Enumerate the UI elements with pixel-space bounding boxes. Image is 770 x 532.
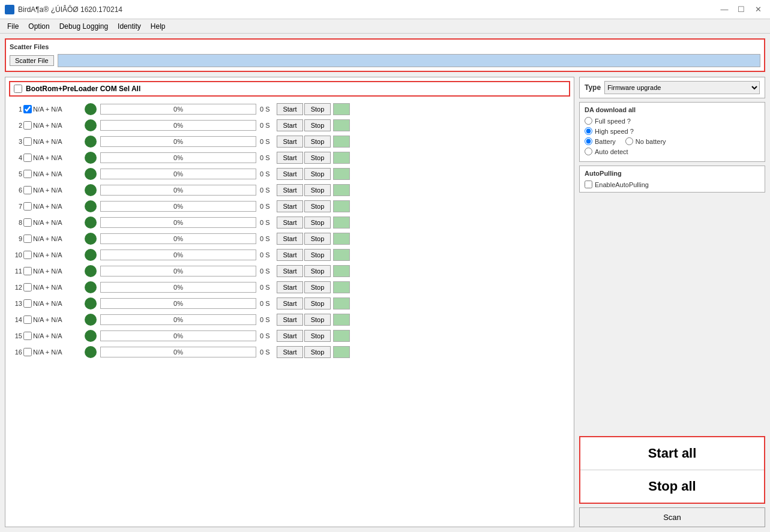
row-os: 0 S [260,203,274,210]
maximize-button[interactable]: ☐ [734,4,748,16]
scan-button[interactable]: Scan [579,507,765,527]
row-checkbox[interactable] [23,154,32,162]
stop-button[interactable]: Stop [304,249,331,261]
start-button[interactable]: Start [277,119,303,131]
row-checkbox[interactable] [23,267,32,275]
stop-button[interactable]: Stop [304,346,331,358]
full-speed-radio[interactable] [585,117,592,125]
close-button[interactable]: ✕ [751,4,765,16]
start-button[interactable]: Start [277,217,303,229]
row-status-indicator [333,200,350,212]
row-na: N/A + N/A [33,300,81,307]
start-button[interactable]: Start [277,297,303,309]
right-panel: Type Firmware upgrade Download only Form… [579,77,765,527]
stop-button[interactable]: Stop [304,297,331,309]
scatter-file-button[interactable]: Scatter File [10,55,54,66]
auto-detect-radio[interactable] [585,148,592,155]
row-checkbox[interactable] [23,137,32,146]
scatter-path-input[interactable] [58,54,760,67]
start-button[interactable]: Start [277,184,303,196]
row-number: 13 [9,300,23,307]
row-checkbox[interactable] [23,170,32,178]
status-dot [85,297,97,309]
row-checkbox[interactable] [23,299,32,308]
auto-detect-label: Auto detect [595,148,628,155]
start-button[interactable]: Start [277,314,303,326]
high-speed-row: High speed ? [585,127,760,135]
row-number: 9 [9,235,23,242]
start-button[interactable]: Start [277,103,303,115]
stop-button[interactable]: Stop [304,184,331,196]
row-checkbox[interactable] [23,315,32,324]
enable-autopulling-checkbox[interactable] [585,181,592,188]
row-status-indicator [333,314,350,326]
row-number: 14 [9,316,23,323]
table-row: 11 N/A + N/A 0% 0 S Start Stop [9,263,570,279]
high-speed-label: High speed ? [595,128,634,135]
stop-button[interactable]: Stop [304,168,331,180]
start-button[interactable]: Start [277,200,303,212]
type-select[interactable]: Firmware upgrade Download only Format on… [604,81,760,94]
progress-bar: 0% [100,282,256,293]
table-row: 9 N/A + N/A 0% 0 S Start Stop [9,231,570,247]
stop-button[interactable]: Stop [304,119,331,131]
title-text: BirdA¶a® ¿ÚIÂÔØ 1620.170214 [18,5,122,14]
stop-button[interactable]: Stop [304,314,331,326]
no-battery-radio[interactable] [625,137,633,145]
row-checkbox[interactable] [23,283,32,291]
start-button[interactable]: Start [277,265,303,277]
row-status-indicator [333,152,350,164]
menu-item-option[interactable]: Option [23,21,54,32]
start-button[interactable]: Start [277,330,303,342]
stop-button[interactable]: Stop [304,265,331,277]
row-checkbox[interactable] [23,251,32,259]
select-all-checkbox[interactable] [14,85,22,93]
start-button[interactable]: Start [277,346,303,358]
battery-radio[interactable] [585,137,592,145]
row-number: 2 [9,122,23,129]
stop-button[interactable]: Stop [304,103,331,115]
row-checkbox[interactable] [23,121,32,130]
row-number: 10 [9,251,23,259]
start-all-button[interactable]: Start all [580,437,764,470]
enable-autopulling-label: EnableAutoPulling [595,181,649,188]
status-dot [85,217,97,229]
stop-button[interactable]: Stop [304,136,331,148]
high-speed-radio[interactable] [585,127,592,135]
start-button[interactable]: Start [277,233,303,245]
row-checkbox[interactable] [23,105,32,113]
row-status-indicator [333,297,350,309]
table-row: 8 N/A + N/A 0% 0 S Start Stop [9,215,570,230]
stop-button[interactable]: Stop [304,152,331,164]
row-checkbox[interactable] [23,235,32,243]
start-button[interactable]: Start [277,281,303,293]
row-checkbox[interactable] [23,332,32,340]
row-checkbox[interactable] [23,186,32,194]
stop-all-button[interactable]: Stop all [580,470,764,503]
stop-button[interactable]: Stop [304,200,331,212]
start-button[interactable]: Start [277,168,303,180]
row-os: 0 S [260,316,274,323]
title-controls: — ☐ ✕ [717,4,765,16]
menu-item-file[interactable]: File [2,21,23,32]
menu-item-identity[interactable]: Identity [113,21,146,32]
row-checkbox[interactable] [23,218,32,227]
start-button[interactable]: Start [277,152,303,164]
menu-item-debug-logging[interactable]: Debug Logging [55,21,113,32]
type-row: Type Firmware upgrade Download only Form… [579,77,765,98]
minimize-button[interactable]: — [717,4,732,16]
row-checkbox[interactable] [23,202,32,211]
autopulling-section: AutoPulling EnableAutoPulling [579,166,765,193]
start-button[interactable]: Start [277,136,303,148]
stop-button[interactable]: Stop [304,233,331,245]
row-checkbox[interactable] [23,348,32,356]
menu-item-help[interactable]: Help [146,21,170,32]
progress-bar: 0% [100,152,256,163]
app-icon [5,5,14,14]
start-button[interactable]: Start [277,249,303,261]
table-row: 12 N/A + N/A 0% 0 S Start Stop [9,279,570,295]
stop-button[interactable]: Stop [304,217,331,229]
stop-button[interactable]: Stop [304,281,331,293]
stop-button[interactable]: Stop [304,330,331,342]
auto-detect-row: Auto detect [585,148,760,155]
